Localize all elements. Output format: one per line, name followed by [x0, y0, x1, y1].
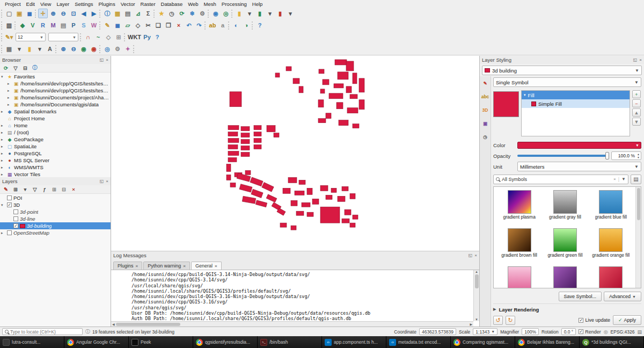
layer-item[interactable]: ▾ 3D — [0, 201, 111, 208]
spin-down-icon[interactable]: ▼ — [637, 156, 640, 159]
browser-item[interactable]: ▸ ▢ SpatiaLite — [0, 143, 111, 150]
color-picker-bar[interactable]: ▼ — [517, 142, 641, 149]
browser-item[interactable]: ▸ ⌂ Home — [0, 122, 111, 129]
help-icon[interactable]: ? — [255, 20, 265, 30]
history-icon[interactable]: ◷ — [481, 133, 489, 141]
float-panel-icon[interactable]: ◱ — [100, 57, 104, 62]
label-toolbar-swatch-icon[interactable]: ▮ — [25, 44, 34, 54]
manage-themes-icon[interactable]: ▾ — [21, 186, 29, 193]
locate-box[interactable] — [2, 328, 83, 335]
browser-item[interactable]: ▾ ★ Favorites — [0, 73, 111, 80]
zoom-out-icon[interactable]: ⊖ — [58, 9, 68, 18]
expand-arrow-icon[interactable]: ▸ — [1, 231, 5, 235]
close-tab-icon[interactable] — [215, 264, 217, 269]
geometry-checker-icon[interactable]: ◎ — [103, 44, 112, 54]
taskbar-window-button[interactable]: metadata.txt encod... — [386, 336, 451, 348]
advanced-button[interactable]: Advanced▼ — [604, 292, 641, 301]
metasearch-icon[interactable]: ◉ — [211, 9, 221, 18]
symbol-gallery-item[interactable]: gradient brown fill — [497, 228, 541, 263]
layer-item[interactable]: 3d-line — [0, 215, 111, 222]
filter-browser-icon[interactable]: ▽ — [12, 64, 19, 72]
layout-arrow-icon[interactable]: ▾ — [14, 44, 24, 54]
open-layer-styling-icon[interactable]: ✎ — [2, 186, 10, 193]
taskbar-window-button[interactable]: lutra-consult... — [0, 336, 64, 348]
toolbar-icon[interactable] — [1, 45, 4, 53]
browser-item[interactable]: ▸ ● MS SQL Server — [0, 157, 111, 164]
processing-toolbox-icon[interactable]: ⚙ — [113, 44, 122, 54]
symbol-search-input[interactable]: All Symbols × | ▼ — [493, 175, 628, 184]
add-raster-layer-icon[interactable]: R — [38, 20, 48, 30]
render-checkbox[interactable]: Render — [579, 329, 601, 335]
toolbar-icon[interactable] — [252, 21, 254, 30]
zoom-full-icon[interactable]: ⊡ — [69, 9, 78, 18]
diagram-style-arrow-icon[interactable]: ▾ — [286, 9, 295, 18]
save-symbol-button[interactable]: Save Symbol... — [559, 292, 602, 301]
layer-item[interactable]: ▸ OpenStreetMap — [0, 229, 111, 236]
measure-line-icon[interactable]: ⊿ — [133, 9, 143, 18]
new-geopackage-icon[interactable]: ◆ — [18, 20, 27, 30]
layer-visibility-checkbox[interactable] — [13, 209, 18, 214]
options-icon[interactable]: ⚙ — [197, 9, 207, 18]
label-toolbar-arrow-icon[interactable]: ▾ — [35, 44, 45, 54]
move-up-button[interactable]: ▲ — [632, 108, 641, 117]
toolbar-icon[interactable] — [1, 10, 4, 18]
expand-arrow-icon[interactable]: ▸ — [1, 158, 5, 163]
add-spatialite-layer-icon[interactable]: S — [79, 20, 89, 30]
symbol-swatch[interactable] — [599, 228, 623, 252]
browser-item[interactable]: ▸ ▣ /home/isunni/Documents/project/Aha2-… — [0, 94, 111, 101]
symbol-tree-simple-fill-row[interactable]: Simple Fill — [522, 99, 630, 108]
expand-arrow-icon[interactable]: ▸ — [1, 130, 5, 135]
self-snapping-icon[interactable]: ⊞ — [114, 32, 123, 42]
collapse-all-icon[interactable]: ⊟ — [21, 64, 29, 72]
layer-visibility-checkbox[interactable] — [13, 216, 18, 221]
zoom-to-selection-icon[interactable]: ⊕ — [58, 44, 68, 54]
expand-arrow-icon[interactable]: ▸ — [1, 151, 5, 156]
symbol-gallery-item[interactable]: gradient plasma — [497, 190, 541, 225]
symbol-tree-fill-row[interactable]: ▾ Fill — [522, 91, 630, 99]
toolbar-icon[interactable] — [55, 45, 58, 53]
toggle-editing-icon[interactable]: ✎ — [103, 20, 112, 30]
layer-item[interactable]: POI — [0, 194, 111, 201]
expand-all-icon[interactable]: ⊞ — [50, 186, 58, 193]
remove-symbol-layer-button[interactable]: − — [632, 99, 641, 107]
crs-value[interactable]: EPSG:4326 — [611, 329, 635, 335]
coordinate-box[interactable]: 463623.573839 — [419, 328, 456, 335]
label-style-swatch-icon[interactable]: ▮ — [255, 9, 265, 18]
label-style-arrow-icon[interactable]: ▾ — [265, 9, 275, 18]
browser-item[interactable]: ▸ ▦ Vector Tiles — [0, 171, 111, 177]
browser-item[interactable]: ▸ ▣ /home/isunni/dev/cpp/QGIS/tests/test… — [0, 80, 111, 87]
expand-arrow-icon[interactable]: ▸ — [8, 96, 12, 100]
new-project-icon[interactable]: ▢ — [4, 9, 14, 18]
taskbar-window-button[interactable]: qgsidentifyresultsdia... — [193, 336, 258, 348]
select-features-icon[interactable]: ▦ — [113, 9, 122, 18]
annotation-style-arrow-icon[interactable]: ▾ — [245, 9, 254, 18]
symbol-gallery-item[interactable]: gradient gray fill — [543, 190, 587, 225]
symbol-swatch[interactable] — [508, 190, 531, 214]
scrollbar-thumb[interactable] — [475, 274, 479, 288]
checkbox-icon[interactable] — [579, 329, 583, 334]
undo-style-button[interactable]: ↺ — [493, 316, 503, 325]
toolbar-icon[interactable] — [204, 21, 207, 30]
add-delimited-text-icon[interactable]: ▤ — [58, 20, 68, 30]
zoom-last-icon[interactable]: ◀ — [79, 9, 89, 18]
menu-item[interactable]: Vector — [118, 1, 138, 8]
symbol-type-selector[interactable]: Single Symbol ▼ — [493, 77, 641, 87]
float-panel-icon[interactable]: ◱ — [633, 57, 638, 62]
locate-input[interactable] — [10, 329, 80, 335]
add-mesh-layer-icon[interactable]: M — [48, 20, 58, 30]
zoom-in-icon[interactable]: ⊕ — [48, 9, 58, 18]
taskbar-window-button[interactable]: /bin/bash — [258, 336, 322, 348]
undo-icon[interactable]: ↶ — [184, 20, 194, 30]
redo-style-button[interactable]: ↻ — [506, 316, 515, 325]
collapse-all-layers-icon[interactable]: ⊟ — [60, 186, 68, 193]
toolbar-icon[interactable] — [124, 33, 127, 41]
identify-features-icon[interactable]: ⓘ — [103, 9, 112, 18]
move-down-button[interactable]: ▼ — [632, 118, 641, 126]
symbol-swatch[interactable] — [599, 190, 623, 214]
web-qgis2web-icon[interactable]: ◑ — [241, 20, 251, 30]
open-attribute-table-icon[interactable]: ▤ — [123, 9, 133, 18]
layer-diagram-icon[interactable]: a — [218, 20, 228, 30]
opacity-slider[interactable] — [517, 155, 609, 157]
expand-arrow-icon[interactable]: ▸ — [8, 103, 12, 107]
crs-icon[interactable]: ◎ — [604, 329, 608, 335]
